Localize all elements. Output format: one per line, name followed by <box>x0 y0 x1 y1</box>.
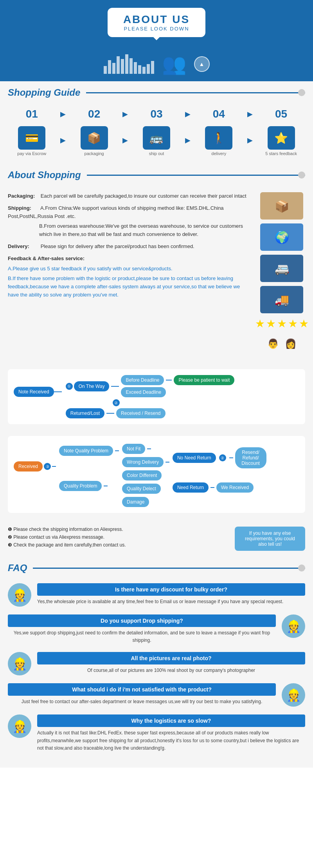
faq-avatar-2: 👷 <box>282 614 305 638</box>
step-3: 03 <box>137 108 176 120</box>
faq-title-line <box>33 568 305 569</box>
about-right-col: 📦 🌍 🚐 🚚 ★ ★ ★ ★ ★ 👨 👩 <box>258 192 305 354</box>
fc1-circle-2: ② <box>113 399 120 406</box>
fc2-damage: Damage <box>122 497 149 507</box>
arrow-icon-4: ▶ <box>247 136 253 145</box>
bar-5 <box>121 59 124 74</box>
about-title-dot <box>298 171 305 179</box>
fc1-start-group: Note Received <box>14 387 62 397</box>
faq-avatar-3: 👷 <box>8 652 31 675</box>
fc1-start: Note Received <box>14 387 54 397</box>
star-2: ★ <box>266 317 276 330</box>
fc2-received: Received <box>14 461 43 472</box>
shipping-label: Shipping: <box>8 204 39 213</box>
title-line-dot <box>298 89 305 96</box>
faq-title: FAQ <box>8 563 27 573</box>
fc2-options-col: Not Fit Wrong Delivery Color Different Q… <box>122 444 169 507</box>
step-2-icon: 📦 <box>81 126 108 150</box>
step-4-num: 04 <box>213 108 225 120</box>
fc1-before-deadline-row: Before Deadline Please be patient to wai… <box>121 375 234 385</box>
globe-image: 🌍 <box>260 223 303 251</box>
fc2-damage-row: Damage <box>122 497 169 507</box>
fc2-nq-line <box>115 450 119 451</box>
fc2-color-diff: Color Different <box>122 470 162 480</box>
faq-title-dot <box>298 564 305 572</box>
title-line <box>86 92 305 93</box>
step-1-icon: 💳 <box>18 126 45 150</box>
fc2-we-received: We Received <box>216 482 254 493</box>
star-3: ★ <box>277 317 287 330</box>
note-1: ❶ Please check the shipping information … <box>8 527 229 532</box>
fc2-num3: ③ <box>43 463 52 470</box>
faq-item-5: 👷 Why the logistics are so slow? Actuall… <box>8 714 305 752</box>
step-4-icon: 🚶 <box>205 126 232 150</box>
steps-section: 01 ▶ 02 ▶ 03 ▶ 04 ▶ 05 💳 pay via Escrow … <box>0 104 313 164</box>
fc1-r-line <box>106 413 114 414</box>
step-5-label: 5 stars feedback <box>265 151 297 156</box>
faq-avatar-1: 👷 <box>8 583 31 607</box>
fc1-exceed-deadline: Exceed Deadline <box>121 387 166 397</box>
feedback-b: B.If there have some problem with the lo… <box>8 275 240 298</box>
fc2-need-return: Need Return <box>173 482 209 493</box>
arrow-icon-3: ▶ <box>185 136 191 145</box>
faq-content-2: Do you support Drop shipping? Yes,we sup… <box>8 614 276 644</box>
note-2: ❷ Please contact us via Aliexpress messs… <box>8 534 229 540</box>
fc1-branch1: ① On The Way Before Deadline Please be p… <box>66 375 235 397</box>
faq-item-3: 👷 All the pictures are real photo? Of co… <box>8 652 305 675</box>
step-1-label: pay via Escrow <box>17 151 46 156</box>
faq-title-bar: FAQ <box>0 557 313 579</box>
flowchart-2-wrap: Received ③ Note Quality Problem Quality … <box>8 436 305 513</box>
fc1-end-box: Please be patient to wait <box>174 375 234 385</box>
faq-question-2: Do you support Drop shipping? <box>8 614 276 627</box>
shipping-b-block: B.From overseas warehouse:We've got the … <box>39 222 250 239</box>
fc2-nr-line <box>229 457 233 458</box>
fc2-spacer2 <box>173 472 266 479</box>
fc1-b1-num: ① On The Way <box>66 381 110 391</box>
fc2-no-return-row: No Need Return ② Resend/ Refund/ Discoun… <box>173 447 266 468</box>
shipping-a: A.From China:We support various kinds of… <box>8 205 224 219</box>
bar-9 <box>138 65 141 74</box>
step-1: 01 <box>12 108 51 120</box>
faq-answer-2: Yes,we support drop shipping,just need t… <box>8 629 276 644</box>
agent-icon-2: 👩 <box>283 334 299 354</box>
step-3-num: 03 <box>150 108 162 120</box>
step-4: 04 <box>199 108 238 120</box>
fc2-wrong-delivery: Wrong Delivery <box>122 457 164 467</box>
about-shopping-section: Packaging: Each parcel will be carefully… <box>0 186 313 363</box>
delivery-block: Delivery: Please sign for delivery after… <box>8 243 250 251</box>
faq-answer-5: Actually it is not that fast like:DHL Fe… <box>37 729 305 752</box>
faq-content-1: Is there have any discount for bulky ord… <box>37 583 305 605</box>
fc1-connector-line <box>54 391 62 392</box>
step-1-num: 01 <box>26 108 38 120</box>
faq-answer-1: Yes,the wholesale price is available at … <box>37 598 305 605</box>
shipping-b: B.From overseas warehouse:We've got the … <box>39 223 243 237</box>
fc2-spacer <box>59 461 119 476</box>
fc2-wrong-row: Wrong Delivery <box>122 457 169 467</box>
faq-content-4: What should i do if i'm not satisfied wi… <box>8 683 276 705</box>
faq-item-1: 👷 Is there have any discount for bulky o… <box>8 583 305 607</box>
faq-answer-4: Just feel free to contact our after-sale… <box>8 698 276 705</box>
fc1-before-deadline: Before Deadline <box>121 375 164 385</box>
flowchart-1: Note Received ① On The Way Before Deadli… <box>14 375 299 418</box>
fc2-quality-defect: Quality Delect <box>122 484 161 494</box>
fc2-not-fit-row: Not Fit <box>122 444 169 454</box>
fc2-quality-problem: Quality Problem <box>59 481 102 491</box>
play-button[interactable] <box>194 56 210 72</box>
faq-section: 👷 Is there have any discount for bulky o… <box>0 579 313 768</box>
fc2-netr-line <box>210 487 214 488</box>
fc2-r-line <box>52 466 56 467</box>
fc2-q-row: Quality Problem <box>59 481 119 491</box>
faq-question-4: What should i do if i'm not satisfied wi… <box>8 683 276 696</box>
star-4: ★ <box>288 317 298 330</box>
delivery-image: 🚚 <box>260 286 303 313</box>
step-2-num: 02 <box>88 108 100 120</box>
bar-6 <box>125 54 128 74</box>
fc1-sub-branches: Before Deadline Please be patient to wai… <box>121 375 234 397</box>
speech-bubble: ABOUT US PLEASE LOOK DOWN <box>108 8 205 37</box>
flowchart-1-wrap: Note Received ① On The Way Before Deadli… <box>8 369 305 424</box>
header-bottom: 👥 <box>0 41 313 81</box>
fc1-exceed-deadline-row: Exceed Deadline <box>121 387 234 397</box>
star-1: ★ <box>255 317 265 330</box>
header: ABOUT US PLEASE LOOK DOWN 👥 <box>0 0 313 81</box>
fc1-b1-line <box>111 386 119 387</box>
